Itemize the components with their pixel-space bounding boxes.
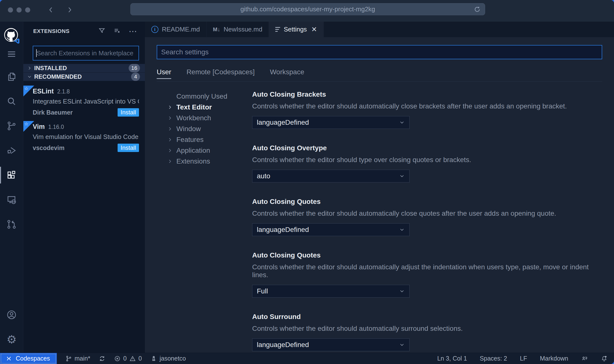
setting-description: Controls whether the editor should type …	[252, 156, 602, 164]
extensions-icon[interactable]	[0, 163, 23, 187]
maximize-window-button[interactable]	[25, 7, 30, 13]
setting-title: Auto Closing Overtype	[252, 144, 602, 152]
error-count: 0	[123, 355, 127, 362]
filter-icon[interactable]	[98, 27, 106, 35]
section-label: RECOMMENDED	[34, 73, 129, 80]
cursor-position[interactable]: Ln 3, Col 1	[437, 355, 467, 362]
install-button[interactable]: Install	[118, 108, 139, 117]
tab-settings[interactable]: Settings ✕	[269, 22, 323, 37]
warning-count: 0	[138, 355, 142, 362]
eol-indicator[interactable]: LF	[520, 355, 527, 362]
settings-list: Auto Closing Brackets Controls whether t…	[252, 91, 602, 353]
clear-extensions-search-icon[interactable]	[113, 27, 121, 35]
extensions-search-box[interactable]	[33, 46, 139, 61]
toc-features[interactable]: Features	[157, 134, 252, 145]
url-text: github.com/codespaces/user-my-project-mg…	[240, 5, 375, 13]
codespaces-remote-indicator[interactable]: Codespaces	[0, 353, 57, 364]
chevron-right-icon	[167, 115, 173, 121]
explorer-icon[interactable]	[0, 64, 23, 89]
setting-dropdown[interactable]: Full	[252, 285, 410, 298]
install-button[interactable]: Install	[118, 144, 139, 152]
scope-tab-remote[interactable]: Remote [Codespaces]	[186, 68, 255, 78]
setting-description: Controls whether the editor should autom…	[252, 325, 602, 333]
setting-dropdown[interactable]: auto	[252, 170, 410, 182]
sync-icon	[99, 355, 106, 362]
setting-title: Auto Surround	[252, 313, 602, 321]
chevron-down-icon	[399, 227, 405, 233]
section-installed[interactable]: INSTALLED 16	[23, 64, 145, 73]
branch-indicator[interactable]: main*	[65, 355, 90, 362]
extension-author: vscodevim	[33, 144, 118, 152]
errors-icon	[114, 355, 121, 362]
search-icon[interactable]	[0, 89, 23, 114]
reload-icon[interactable]	[474, 6, 481, 15]
extension-author: Dirk Baeumer	[33, 109, 118, 116]
toc-window[interactable]: Window	[157, 123, 252, 134]
settings-gear-icon[interactable]: ⚙	[0, 327, 23, 352]
extension-description: Integrates ESLint JavaScript into VS C..…	[33, 98, 139, 105]
problems-indicator[interactable]: 0 0	[114, 355, 142, 362]
extension-list: ☆ ESLint 2.1.8 Integrates ESLint JavaScr…	[23, 85, 145, 156]
codespaces-label: Codespaces	[16, 355, 50, 362]
extension-item-vim[interactable]: ☆ Vim 1.16.0 Vim emulation for Visual St…	[23, 121, 145, 156]
settings-toc: Commonly Used Text Editor Workbench	[157, 91, 252, 353]
toc-commonly-used[interactable]: Commonly Used	[157, 91, 252, 102]
scope-tab-workspace[interactable]: Workspace	[270, 68, 304, 78]
tab-readme[interactable]: i README.md	[145, 22, 207, 37]
signed-in-user[interactable]: jasonetco	[150, 355, 186, 362]
section-recommended[interactable]: RECOMMENDED 4	[23, 73, 145, 81]
sidebar-title: EXTENSIONS	[33, 28, 98, 34]
setting-description: Controls whether the editor should autom…	[252, 263, 602, 279]
account-icon[interactable]	[0, 303, 23, 327]
chevron-right-icon	[167, 137, 173, 143]
scope-tab-user[interactable]: User	[157, 68, 171, 78]
editor-tab-bar: i README.md M↓ NewIssue.md Settings ✕	[145, 22, 614, 37]
setting-description: Controls whether the editor should autom…	[252, 102, 602, 110]
settings-search-input[interactable]	[161, 48, 598, 56]
toc-text-editor[interactable]: Text Editor	[157, 102, 252, 113]
menu-hamburger-icon[interactable]	[0, 44, 23, 64]
setting-auto-closing-quotes-2: Auto Closing Quotes Controls whether the…	[252, 251, 602, 298]
feedback-button[interactable]	[581, 355, 588, 362]
installed-count-badge: 16	[129, 64, 140, 72]
tab-newissue[interactable]: M↓ NewIssue.md	[207, 22, 269, 37]
setting-dropdown[interactable]: languageDefined	[252, 338, 410, 351]
more-actions-icon[interactable]: ⋯	[129, 29, 138, 34]
source-control-icon[interactable]	[0, 114, 23, 138]
settings-search-box[interactable]	[157, 45, 602, 59]
chevron-right-icon	[167, 158, 173, 164]
url-bar[interactable]: github.com/codespaces/user-my-project-mg…	[130, 3, 485, 15]
editor-area: i README.md M↓ NewIssue.md Settings ✕	[145, 22, 614, 353]
indentation-indicator[interactable]: Spaces: 2	[480, 355, 507, 362]
pull-requests-icon[interactable]	[0, 212, 23, 237]
chevron-right-icon	[167, 126, 173, 132]
notifications-button[interactable]	[601, 355, 608, 362]
tab-label: NewIssue.md	[224, 26, 262, 33]
close-tab-icon[interactable]: ✕	[311, 25, 317, 33]
chevron-down-icon	[399, 120, 405, 125]
back-icon[interactable]	[47, 6, 55, 15]
toc-application[interactable]: Application	[157, 145, 252, 156]
setting-dropdown[interactable]: languageDefined	[252, 223, 410, 236]
setting-dropdown[interactable]: languageDefined	[252, 116, 410, 129]
extension-item-eslint[interactable]: ☆ ESLint 2.1.8 Integrates ESLint JavaScr…	[23, 85, 145, 121]
forward-icon[interactable]	[66, 6, 74, 15]
sidebar-header-actions: ⋯	[98, 27, 138, 35]
close-window-button[interactable]	[8, 7, 13, 13]
sync-changes-button[interactable]	[99, 355, 106, 362]
setting-auto-surround: Auto Surround Controls whether the edito…	[252, 313, 602, 351]
remote-icon	[5, 355, 12, 362]
extension-name: Vim	[33, 123, 45, 131]
toc-workbench[interactable]: Workbench	[157, 113, 252, 123]
extensions-search-input[interactable]	[37, 49, 136, 57]
chevron-down-icon	[399, 342, 405, 348]
extensions-sections: INSTALLED 16 RECOMMENDED 4	[23, 64, 145, 81]
run-debug-icon[interactable]	[0, 138, 23, 163]
settings-editor: User Remote [Codespaces] Workspace Commo…	[145, 37, 614, 353]
minimize-window-button[interactable]	[16, 7, 22, 13]
toc-extensions[interactable]: Extensions	[157, 156, 252, 167]
language-mode-indicator[interactable]: Markdown	[540, 355, 568, 362]
remote-explorer-icon[interactable]	[0, 187, 23, 212]
vscode-logo-icon	[14, 38, 20, 44]
setting-description: Controls whether the editor should autom…	[252, 210, 602, 217]
